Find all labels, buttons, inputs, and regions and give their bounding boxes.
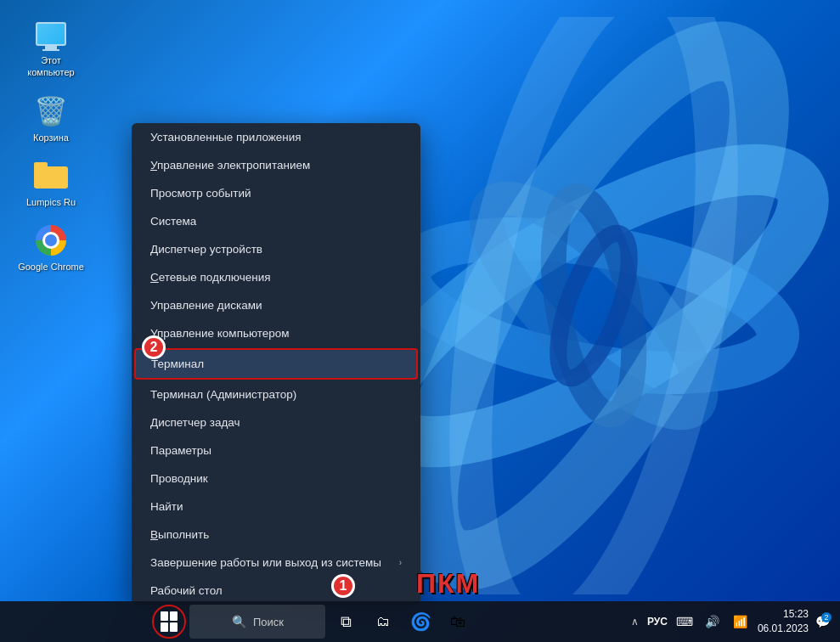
search-button[interactable]: 🔍 Поиск	[189, 605, 325, 639]
this-computer-icon[interactable]: Этот компьютер	[17, 17, 85, 79]
network-icon[interactable]: 📶	[730, 613, 751, 630]
store-icon: 🛍	[450, 613, 465, 631]
date-display: 06.01.2023	[758, 622, 809, 636]
edge-icon: 🌀	[410, 611, 431, 632]
step-1-badge: 1	[331, 574, 355, 598]
this-computer-label: Этот компьютер	[17, 54, 85, 79]
google-chrome-label: Google Chrome	[18, 261, 84, 273]
recycle-bin-icon[interactable]: 🗑️ Корзина	[17, 94, 85, 144]
store-button[interactable]: 🛍	[441, 605, 475, 639]
start-button[interactable]	[152, 605, 186, 639]
language-indicator: РУС	[647, 616, 668, 628]
widgets-button[interactable]: 🗂	[366, 605, 400, 639]
menu-settings[interactable]: Параметры	[132, 436, 420, 465]
menu-shutdown[interactable]: Завершение работы или выход из системы ›	[132, 549, 420, 577]
notification-badge: 2	[821, 612, 832, 622]
task-view-button[interactable]: ⧉	[329, 605, 363, 639]
menu-run[interactable]: Выполнить	[132, 521, 420, 549]
volume-icon[interactable]: 🔊	[702, 613, 723, 630]
chrome-icon	[34, 223, 68, 257]
taskbar-right: ∧ РУС ⌨ 🔊 📶 15:23 06.01.2023 💬 2	[628, 607, 840, 636]
folder-icon	[34, 159, 68, 193]
menu-terminal-admin[interactable]: Терминал (Администратор)	[132, 380, 420, 408]
menu-explorer[interactable]: Проводник	[132, 465, 420, 493]
lumpics-folder-label: Lumpics Ru	[26, 196, 76, 208]
keyboard-icon[interactable]: ⌨	[673, 613, 696, 630]
arrow-icon: ›	[399, 558, 402, 567]
menu-device-manager[interactable]: Диспетчер устройств	[132, 235, 420, 263]
menu-network-connections[interactable]: Сетевые подключения	[132, 263, 420, 291]
edge-button[interactable]: 🌀	[403, 605, 437, 639]
menu-terminal[interactable]: Терминал	[136, 350, 416, 378]
menu-find[interactable]: Найти	[132, 493, 420, 521]
menu-event-viewer[interactable]: Просмотр событий	[132, 179, 420, 207]
task-view-icon: ⧉	[341, 613, 352, 631]
time-display: 15:23	[758, 607, 809, 622]
tray-up-arrow[interactable]: ∧	[628, 614, 642, 629]
recycle-icon: 🗑️	[34, 94, 68, 128]
taskbar: 🔍 Поиск ⧉ 🗂 🌀 🛍 ∧	[0, 601, 840, 642]
widgets-icon: 🗂	[376, 614, 390, 629]
search-icon: 🔍	[232, 615, 246, 628]
datetime-display[interactable]: 15:23 06.01.2023	[758, 607, 809, 636]
desktop-icons: Этот компьютер 🗑️ Корзина Lumpics Ru Goo…	[17, 17, 85, 273]
context-menu: Установленные приложения УУправление эле…	[132, 123, 420, 605]
google-chrome-icon[interactable]: Google Chrome	[17, 223, 85, 273]
menu-task-manager[interactable]: Диспетчер задач	[132, 408, 420, 436]
start-button-wrapper	[152, 605, 186, 639]
recycle-bin-label: Корзина	[33, 132, 69, 144]
search-label: Поиск	[253, 616, 284, 628]
lumpics-folder-icon[interactable]: Lumpics Ru	[17, 159, 85, 208]
menu-installed-apps[interactable]: Установленные приложения	[132, 123, 420, 151]
menu-system[interactable]: Система	[132, 207, 420, 235]
taskbar-center: 🔍 Поиск ⧉ 🗂 🌀 🛍	[0, 605, 628, 639]
monitor-icon	[34, 17, 68, 51]
system-tray: ∧ РУС ⌨ 🔊	[628, 613, 723, 630]
windows-logo-icon	[155, 606, 183, 637]
menu-computer-management[interactable]: Управление компьютером	[132, 319, 420, 347]
menu-power-management[interactable]: УУправление электропитаниемправление эле…	[132, 151, 420, 179]
step-2-badge: 2	[142, 335, 166, 359]
notification-wrapper: 💬 2	[815, 614, 830, 629]
pkm-label: ПКМ	[416, 568, 480, 600]
menu-disk-management[interactable]: Управление дисками	[132, 291, 420, 319]
desktop: Этот компьютер 🗑️ Корзина Lumpics Ru Goo…	[0, 0, 840, 642]
